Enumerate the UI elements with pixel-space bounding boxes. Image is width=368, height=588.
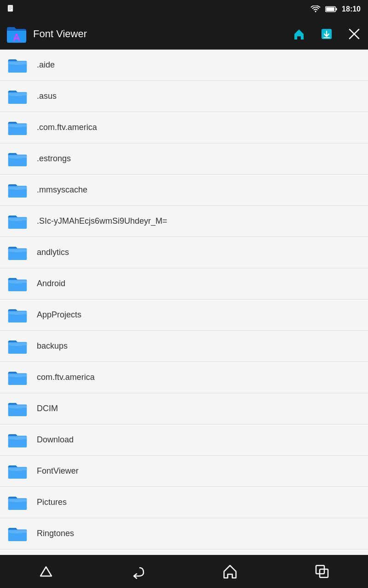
- wifi-icon: [310, 6, 321, 13]
- list-item[interactable]: andlytics: [0, 237, 368, 268]
- nav-home-icon: [222, 563, 238, 580]
- recent-apps-button[interactable]: [304, 559, 340, 584]
- list-item[interactable]: [0, 549, 368, 555]
- nav-home-button[interactable]: [212, 559, 248, 584]
- folder-name: Android: [37, 279, 65, 288]
- folder-name: com.ftv.america: [37, 373, 95, 382]
- app-title: Font Viewer: [33, 28, 285, 40]
- status-bar: 18:10: [0, 0, 368, 18]
- svg-rect-7: [326, 7, 334, 11]
- file-list: .aide.asus.com.ftv.america.estrongs.mmsy…: [0, 50, 368, 555]
- folder-icon: [7, 213, 28, 230]
- folder-icon: [7, 432, 28, 448]
- folder-icon: [7, 494, 28, 511]
- home-button[interactable]: [291, 26, 307, 42]
- list-item[interactable]: .aide: [0, 50, 368, 81]
- folder-name: .estrongs: [37, 154, 71, 164]
- folder-name: DCIM: [37, 404, 58, 413]
- folder-icon: [7, 151, 28, 167]
- close-icon: [348, 28, 360, 40]
- app-bar-actions: [291, 26, 362, 42]
- svg-point-4: [315, 11, 316, 12]
- folder-icon: [7, 57, 28, 74]
- recent-apps-icon: [314, 563, 330, 580]
- list-item[interactable]: FontViewer: [0, 456, 368, 487]
- app-logo: A: [6, 23, 28, 45]
- folder-name: .mmsyscache: [37, 185, 87, 195]
- download-button[interactable]: [318, 26, 335, 42]
- folder-icon: [7, 88, 28, 105]
- list-item[interactable]: .com.ftv.america: [0, 112, 368, 143]
- folder-name: Ringtones: [37, 529, 74, 538]
- folder-icon: [7, 307, 28, 323]
- folder-icon: [7, 338, 28, 355]
- list-item[interactable]: DCIM: [0, 393, 368, 424]
- list-item[interactable]: AppProjects: [0, 300, 368, 331]
- folder-icon: [7, 276, 28, 292]
- list-item[interactable]: .estrongs: [0, 143, 368, 175]
- folder-name: Pictures: [37, 498, 67, 507]
- list-item[interactable]: .SIc-yJMAhEcjs6wmSi9Uhdeyr_M=: [0, 206, 368, 237]
- list-item[interactable]: Ringtones: [0, 518, 368, 549]
- folder-icon: [7, 401, 28, 417]
- back-button[interactable]: [120, 559, 156, 584]
- folder-name: AppProjects: [37, 310, 81, 320]
- list-item[interactable]: Download: [0, 424, 368, 456]
- back-up-button[interactable]: [28, 559, 64, 584]
- status-right-icons: 18:10: [310, 5, 361, 13]
- document-icon: [7, 5, 15, 14]
- folder-name: .SIc-yJMAhEcjs6wmSi9Uhdeyr_M=: [37, 216, 167, 226]
- folder-icon: [7, 463, 28, 480]
- list-item[interactable]: .asus: [0, 81, 368, 112]
- folder-icon: [7, 119, 28, 136]
- list-item[interactable]: Android: [0, 268, 368, 300]
- folder-icon: [7, 526, 28, 542]
- back-icon: [130, 563, 146, 580]
- list-item[interactable]: backups: [0, 331, 368, 362]
- list-item[interactable]: Pictures: [0, 487, 368, 518]
- app-logo-icon: A: [6, 23, 27, 45]
- battery-icon: [325, 6, 337, 12]
- folder-name: FontViewer: [37, 466, 79, 476]
- folder-name: backups: [37, 341, 68, 351]
- folder-icon: [7, 244, 28, 261]
- home-icon: [293, 28, 305, 40]
- folder-name: .asus: [37, 91, 57, 101]
- app-bar: A Font Viewer: [0, 18, 368, 50]
- svg-text:A: A: [13, 32, 20, 43]
- close-button[interactable]: [346, 26, 362, 42]
- list-item[interactable]: .mmsyscache: [0, 175, 368, 206]
- folder-icon: [7, 369, 28, 386]
- svg-rect-6: [336, 8, 337, 11]
- folder-name: .com.ftv.america: [37, 123, 97, 132]
- time-display: 18:10: [342, 5, 361, 13]
- back-up-icon: [38, 563, 54, 580]
- folder-name: .aide: [37, 60, 55, 70]
- status-left-icons: [7, 5, 15, 14]
- folder-name: Download: [37, 435, 74, 445]
- folder-name: andlytics: [37, 248, 69, 257]
- download-icon: [320, 28, 333, 40]
- bottom-bar: [0, 555, 368, 588]
- folder-icon: [7, 182, 28, 198]
- list-item[interactable]: com.ftv.america: [0, 362, 368, 393]
